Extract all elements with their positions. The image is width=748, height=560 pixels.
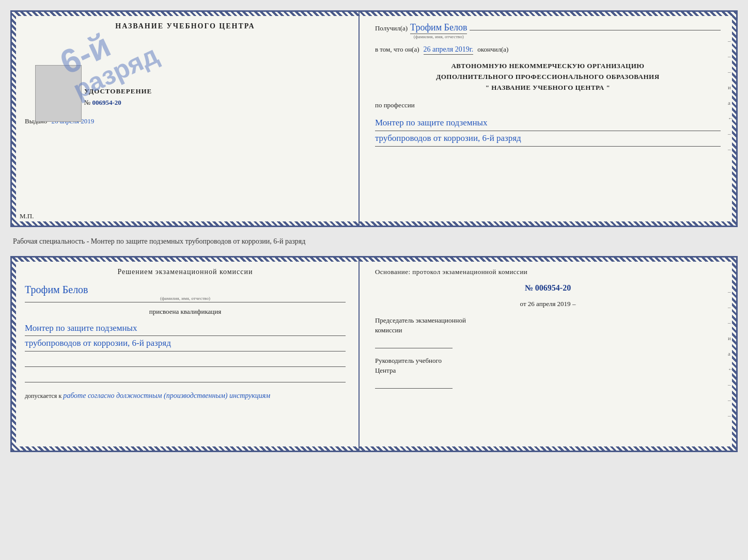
bmark-4: и (728, 335, 734, 341)
mark-8: – (728, 146, 734, 152)
org-block: АВТОНОМНУЮ НЕКОММЕРЧЕСКУЮ ОРГАНИЗАЦИЮ ДО… (375, 61, 721, 93)
dopuskaetsya-block: допускается к работе согласно должностны… (25, 392, 346, 400)
bottom-qualification-block: Монтер по защите подземных трубопроводов… (25, 321, 346, 352)
completion-date: 26 апреля 2019г. (424, 45, 474, 55)
top-doc-title: НАЗВАНИЕ УЧЕБНОГО ЦЕНТРА (115, 22, 255, 30)
okonchil-text: окончил(а) (477, 45, 508, 54)
cert-number-line: № 006954-20 (84, 99, 152, 107)
dopuskaetsya-label: допускается к (25, 392, 61, 399)
mark-3: – (728, 69, 734, 75)
bmark-2: – (728, 304, 734, 310)
ot-date-line: от 26 апреля 2019 – (375, 300, 721, 308)
bmark-6: ← (728, 366, 734, 372)
bottom-name-block: Трофим Белов (фамилия, имя, отчество) (25, 284, 346, 302)
udostoverenie-label: УДОСТОВЕРЕНИЕ (84, 87, 152, 95)
bottom-name-subtitle: (фамилия, имя, отчество) (160, 296, 210, 301)
dopusk-text: работе согласно должностным (производств… (63, 392, 270, 399)
poluchil-text: Получил(а) (375, 24, 408, 33)
osnovanie-text: Основание: протокол экзаменационной коми… (375, 268, 721, 276)
profession-line2: трубопроводов от коррозии, 6-й разряд (375, 131, 721, 147)
qualification-line2: трубопроводов от коррозии, 6-й разряд (25, 336, 346, 351)
ot-prefix: от (520, 300, 526, 308)
mp-label: М.П. (20, 212, 34, 220)
ot-dash: – (572, 300, 576, 308)
top-doc-left: НАЗВАНИЕ УЧЕБНОГО ЦЕНТРА 6-й разряд УДОС… (12, 12, 360, 226)
vtom-text: в том, что он(а) (375, 45, 419, 54)
prisvoena-text: присвоена квалификация (25, 308, 346, 316)
bmark-7: – (728, 381, 734, 388)
qualification-line1: Монтер по защите подземных (25, 321, 346, 337)
top-doc-right: Получил(а) Трофим Белов (фамилия, имя, о… (360, 12, 736, 226)
rukovoditel-line1: Руководитель учебного (375, 356, 721, 366)
empty-line-2 (25, 372, 346, 382)
empty-line-1 (25, 357, 346, 367)
vtom-line: в том, что он(а) 26 апреля 2019г. окончи… (375, 45, 721, 55)
cert-number: 006954-20 (92, 99, 121, 107)
rukovoditel-signature (375, 378, 453, 389)
mark-1: – (728, 38, 734, 44)
poluchil-line: Получил(а) Трофим Белов (фамилия, имя, о… (375, 22, 721, 39)
rukovoditel-line2: Центра (375, 365, 721, 376)
name-dash (470, 30, 721, 30)
predsedatel-line2: комиссии (375, 325, 721, 335)
page-wrapper: НАЗВАНИЕ УЧЕБНОГО ЦЕНТРА 6-й разряд УДОС… (10, 10, 738, 452)
bmark-5: а (728, 350, 734, 357)
separator-content: Рабочая специальность - Монтер по защите… (13, 237, 305, 245)
protocol-num: 006954-20 (535, 283, 571, 292)
org-line3: " НАЗВАНИЕ УЧЕБНОГО ЦЕНТРА " (375, 83, 721, 93)
bottom-document: Решением экзаменационной комиссии Трофим… (10, 256, 738, 452)
predsedatel-line1: Председатель экзаменационной (375, 315, 721, 326)
bmark-3: – (728, 319, 734, 326)
mark-7: – (728, 131, 734, 137)
mark-2: – (728, 53, 734, 59)
org-line1: АВТОНОМНУЮ НЕКОММЕРЧЕСКУЮ ОРГАНИЗАЦИЮ (375, 61, 721, 72)
org-line2: ДОПОЛНИТЕЛЬНОГО ПРОФЕССИОНАЛЬНОГО ОБРАЗО… (375, 72, 721, 83)
ot-date-value: 26 апреля 2019 (528, 300, 571, 308)
photo-placeholder (35, 65, 82, 122)
profession-line1: Монтер по защите подземных (375, 116, 721, 131)
mark-4: и (728, 84, 734, 90)
mark-5: а (728, 100, 734, 106)
bottom-recipient-name: Трофим Белов (25, 284, 88, 296)
separator-text: Рабочая специальность - Монтер по защите… (10, 232, 738, 251)
rukovoditel-block: Руководитель учебного Центра (375, 356, 721, 389)
bottom-side-marks: – – – и а ← – – – (728, 289, 734, 419)
bmark-1: – (728, 289, 734, 295)
recipient-name: Трофим Белов (410, 22, 467, 34)
predsedatel-block: Председатель экзаменационной комиссии (375, 315, 721, 348)
bmark-8: – (728, 397, 734, 403)
predsedatel-signature (375, 338, 453, 348)
bottom-doc-left: Решением экзаменационной комиссии Трофим… (12, 258, 360, 451)
name-subtitle: (фамилия, имя, отчество) (414, 34, 464, 39)
side-marks: – – – и а ← – – (728, 38, 734, 152)
bmark-9: – (728, 412, 734, 419)
resheniem-title: Решением экзаменационной комиссии (25, 268, 346, 276)
top-document: НАЗВАНИЕ УЧЕБНОГО ЦЕНТРА 6-й разряд УДОС… (10, 10, 738, 227)
bottom-doc-right: Основание: протокол экзаменационной коми… (360, 258, 736, 451)
mark-6: ← (728, 115, 734, 121)
protocol-prefix: № (525, 283, 533, 292)
po-professii-label: по профессии (375, 101, 721, 109)
profession-block: Монтер по защите подземных трубопроводов… (375, 116, 721, 147)
number-prefix: № (84, 99, 90, 107)
protocol-number: № 006954-20 (375, 283, 721, 293)
